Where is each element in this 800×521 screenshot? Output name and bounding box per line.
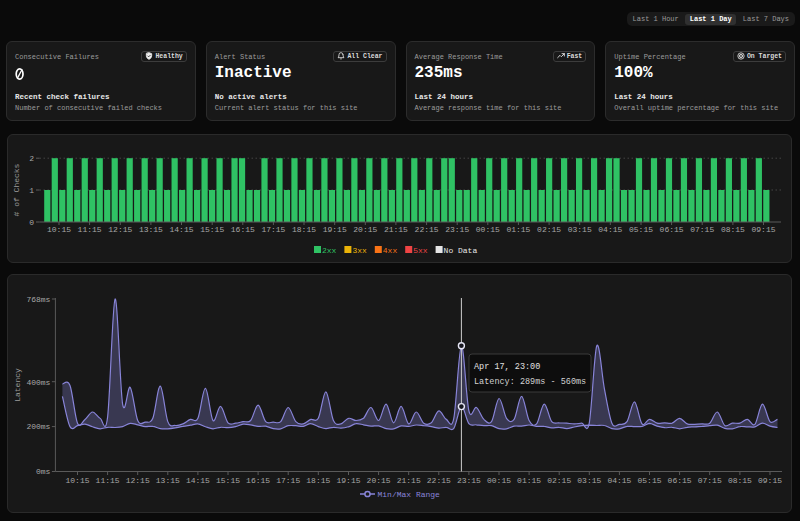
svg-text:00:15: 00:15 (487, 476, 511, 485)
svg-text:0ms: 0ms (36, 467, 51, 476)
svg-text:06:15: 06:15 (660, 225, 684, 234)
svg-text:05:15: 05:15 (629, 225, 653, 234)
svg-text:08:15: 08:15 (728, 476, 752, 485)
svg-text:01:15: 01:15 (517, 476, 541, 485)
svg-text:Latency: 289ms - 560ms: Latency: 289ms - 560ms (474, 377, 586, 387)
svg-text:14:15: 14:15 (186, 476, 210, 485)
svg-text:21:15: 21:15 (397, 476, 421, 485)
svg-text:3xx: 3xx (352, 246, 367, 255)
svg-text:5xx: 5xx (413, 246, 428, 255)
svg-text:03:15: 03:15 (577, 476, 601, 485)
svg-text:05:15: 05:15 (637, 476, 661, 485)
svg-text:11:15: 11:15 (78, 225, 102, 234)
svg-text:09:15: 09:15 (751, 225, 775, 234)
svg-text:17:15: 17:15 (276, 476, 300, 485)
svg-text:Apr 17, 23:00: Apr 17, 23:00 (474, 362, 540, 372)
svg-text:# of Checks: # of Checks (12, 163, 21, 216)
svg-text:02:15: 02:15 (547, 476, 571, 485)
svg-text:08:15: 08:15 (721, 225, 745, 234)
svg-text:14:15: 14:15 (169, 225, 193, 234)
svg-text:01:15: 01:15 (506, 225, 530, 234)
svg-text:18:15: 18:15 (306, 476, 330, 485)
svg-text:23:15: 23:15 (445, 225, 469, 234)
svg-text:16:15: 16:15 (246, 476, 270, 485)
svg-text:22:15: 22:15 (427, 476, 451, 485)
svg-text:0: 0 (29, 218, 34, 227)
svg-text:2: 2 (29, 154, 34, 163)
svg-text:768ms: 768ms (26, 295, 50, 304)
svg-text:07:15: 07:15 (690, 225, 714, 234)
svg-text:15:15: 15:15 (216, 476, 240, 485)
svg-text:10:15: 10:15 (47, 225, 71, 234)
svg-text:23:15: 23:15 (457, 476, 481, 485)
svg-text:19:15: 19:15 (323, 225, 347, 234)
svg-text:02:15: 02:15 (537, 225, 561, 234)
svg-text:4xx: 4xx (383, 246, 398, 255)
svg-text:19:15: 19:15 (336, 476, 360, 485)
svg-text:17:15: 17:15 (261, 225, 285, 234)
svg-text:04:15: 04:15 (607, 476, 631, 485)
svg-text:16:15: 16:15 (231, 225, 255, 234)
svg-text:13:15: 13:15 (139, 225, 163, 234)
svg-text:2xx: 2xx (322, 246, 337, 255)
svg-text:11:15: 11:15 (96, 476, 120, 485)
svg-text:03:15: 03:15 (568, 225, 592, 234)
svg-text:12:15: 12:15 (126, 476, 150, 485)
svg-text:20:15: 20:15 (367, 476, 391, 485)
svg-text:00:15: 00:15 (476, 225, 500, 234)
svg-text:22:15: 22:15 (415, 225, 439, 234)
svg-text:10:15: 10:15 (65, 476, 89, 485)
svg-text:06:15: 06:15 (668, 476, 692, 485)
svg-text:04:15: 04:15 (598, 225, 622, 234)
svg-text:15:15: 15:15 (200, 225, 224, 234)
svg-text:1: 1 (29, 186, 34, 195)
svg-text:13:15: 13:15 (156, 476, 180, 485)
svg-text:21:15: 21:15 (384, 225, 408, 234)
svg-text:Min/Max Range: Min/Max Range (378, 490, 441, 499)
svg-text:18:15: 18:15 (292, 225, 316, 234)
svg-text:Latency: Latency (13, 368, 22, 402)
svg-text:12:15: 12:15 (108, 225, 132, 234)
svg-text:20:15: 20:15 (353, 225, 377, 234)
svg-text:200ms: 200ms (26, 422, 50, 431)
svg-text:07:15: 07:15 (698, 476, 722, 485)
svg-text:400ms: 400ms (26, 378, 50, 387)
svg-text:No Data: No Data (444, 246, 478, 255)
svg-text:09:15: 09:15 (758, 476, 782, 485)
